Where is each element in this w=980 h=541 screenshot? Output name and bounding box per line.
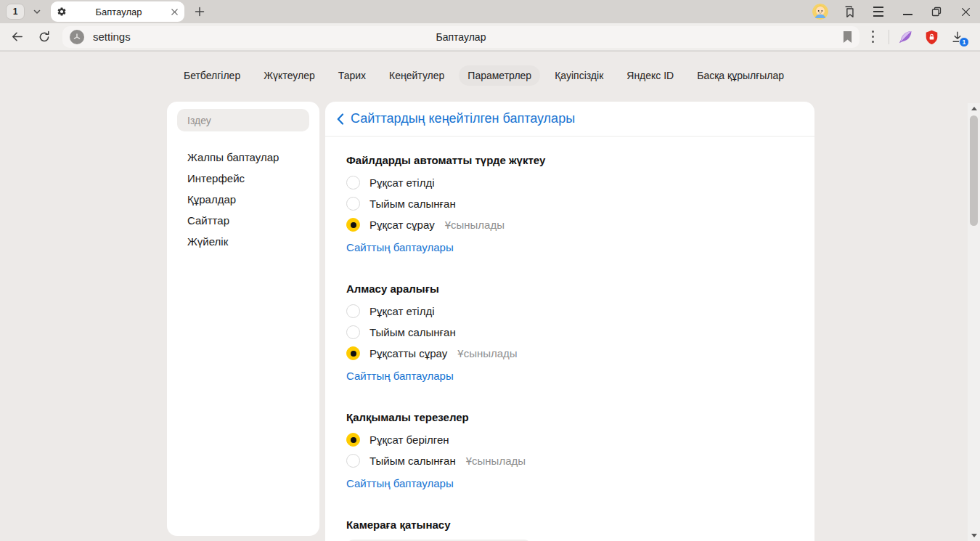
radio-label: Тыйым салынған: [369, 198, 456, 210]
back-button[interactable]: [3, 25, 30, 49]
settings-nav-tab[interactable]: Тарих: [330, 65, 375, 86]
sidebar-item[interactable]: Сайттар: [167, 210, 319, 231]
downloads-button[interactable]: 1: [944, 25, 971, 49]
back-arrow-icon: [10, 30, 24, 44]
radio-option[interactable]: Рұқсат етілді: [346, 172, 794, 193]
recommended-badge: Ұсынылады: [466, 455, 526, 467]
tab-close-button[interactable]: [171, 8, 179, 16]
content-header[interactable]: Сайттардың кеңейтілген баптаулары: [325, 102, 814, 137]
radio-label: Тыйым салынған: [369, 326, 456, 338]
chevron-down-icon: [33, 7, 41, 16]
download-count-badge: 1: [959, 37, 969, 47]
collections-button[interactable]: [835, 0, 864, 23]
radio-icon[interactable]: [346, 197, 360, 211]
search-input[interactable]: [177, 109, 309, 131]
menu-icon: [873, 7, 883, 8]
restore-button[interactable]: [922, 0, 951, 23]
section-options: Рұқсат берілген Тыйым салынған Ұсынылады: [346, 429, 794, 471]
minimize-icon: [903, 14, 912, 15]
site-settings-link[interactable]: Сайттың баптаулары: [346, 370, 454, 382]
toolbar: settings Баптаулар 1: [0, 23, 980, 51]
recommended-badge: Ұсынылады: [445, 219, 505, 231]
browser-menu-button[interactable]: [864, 0, 893, 23]
settings-nav-tab[interactable]: Кеңейтулер: [380, 65, 453, 86]
site-settings-link[interactable]: Сайттың баптаулары: [346, 241, 454, 253]
gear-icon: [57, 7, 67, 17]
window-close-button[interactable]: [951, 0, 980, 23]
radio-icon[interactable]: [346, 433, 360, 447]
sidebar-item[interactable]: Жалпы баптаулар: [167, 147, 319, 168]
recommended-badge: Ұсынылады: [457, 347, 517, 359]
settings-nav-tab[interactable]: Параметрлер: [459, 65, 540, 86]
section-title: Камераға қатынасу: [346, 517, 794, 532]
settings-page: БетбелгілерЖүктеулерТарихКеңейтулерПарам…: [0, 52, 980, 541]
section-options: Рұқсат етілді Тыйым салынған Рұқсат сұра…: [346, 172, 794, 235]
back-chevron-icon: [337, 113, 344, 125]
radio-icon[interactable]: [346, 176, 360, 190]
close-icon: [171, 8, 179, 16]
settings-nav-tab[interactable]: Қауіпсіздік: [546, 65, 612, 86]
radio-option[interactable]: Тыйым салынған: [346, 193, 794, 214]
radio-icon[interactable]: [346, 218, 360, 232]
page-title[interactable]: Сайттардың кеңейтілген баптаулары: [351, 111, 575, 126]
tab-strip: 1 Баптаулар: [0, 0, 980, 23]
radio-icon[interactable]: [346, 325, 360, 339]
browser-logo-icon[interactable]: [70, 30, 84, 44]
zen-button[interactable]: [892, 25, 918, 49]
minimize-button[interactable]: [893, 0, 922, 23]
reload-icon: [38, 30, 51, 44]
scroll-up-button[interactable]: [968, 103, 980, 114]
radio-icon[interactable]: [346, 454, 360, 468]
tab-title: Баптаулар: [67, 7, 171, 17]
sidebar-item[interactable]: Интерфейс: [167, 168, 319, 189]
address-bar[interactable]: settings Баптаулар: [62, 26, 859, 48]
radio-option[interactable]: Тыйым салынған Ұсынылады: [346, 450, 794, 471]
toolbar-right: 1: [859, 23, 971, 50]
sidebar-item[interactable]: Құралдар: [167, 189, 319, 210]
avatar: [812, 4, 828, 20]
sidebar-item[interactable]: Жүйелік: [167, 231, 319, 252]
radio-option[interactable]: Рұқсат етілді: [346, 301, 794, 322]
scrollbar[interactable]: [968, 103, 980, 541]
protect-button[interactable]: [918, 25, 944, 49]
sidebar: Жалпы баптауларИнтерфейсҚұралдарСайттарЖ…: [167, 102, 319, 536]
radio-option[interactable]: Рұқсатты сұрау Ұсынылады: [346, 343, 794, 364]
omnibox-more-button[interactable]: [859, 25, 886, 49]
radio-option[interactable]: Рұқсат сұрау Ұсынылады: [346, 214, 794, 235]
restore-icon: [931, 7, 942, 17]
radio-label: Рұқсатты сұрау: [369, 347, 447, 359]
url-text: settings: [93, 30, 131, 43]
radio-icon[interactable]: [346, 304, 360, 318]
active-tab[interactable]: Баптаулар: [51, 1, 184, 22]
tab-list-chevron-button[interactable]: [28, 2, 46, 21]
site-settings-link[interactable]: Сайттың баптаулары: [346, 477, 454, 489]
scroll-down-button[interactable]: [968, 530, 980, 541]
settings-section: Камераға қатынасу ov9734_azurewave_camer…: [346, 517, 794, 541]
section-options: Рұқсат етілді Тыйым салынған Рұқсатты сұ…: [346, 301, 794, 364]
radio-option[interactable]: Тыйым салынған: [346, 322, 794, 343]
settings-nav-tab[interactable]: Басқа құрылғылар: [688, 65, 793, 86]
radio-option[interactable]: Рұқсат берілген: [346, 429, 794, 450]
new-tab-button[interactable]: [190, 2, 209, 21]
collections-icon: [843, 5, 856, 18]
settings-section: Алмасу аралығы Рұқсат етілді Тыйым салын…: [346, 281, 794, 383]
settings-nav-tab[interactable]: Жүктеулер: [255, 65, 324, 86]
settings-content: Сайттардың кеңейтілген баптаулары Файлда…: [325, 102, 814, 541]
radio-label: Рұқсат етілді: [369, 176, 435, 189]
omnibox-page-title: Баптаулар: [62, 31, 859, 43]
bookmark-flag-button[interactable]: [843, 31, 852, 43]
plus-icon: [195, 7, 205, 17]
radio-label: Рұқсат етілді: [369, 305, 435, 317]
profile-button[interactable]: [806, 0, 835, 23]
toolbar-divider: [889, 30, 889, 44]
reload-button[interactable]: [30, 25, 58, 49]
feather-icon: [898, 30, 912, 44]
settings-nav-tab[interactable]: Яндекс ID: [618, 65, 682, 86]
tab-counter-button[interactable]: 1: [6, 4, 25, 20]
sidebar-menu: Жалпы баптауларИнтерфейсҚұралдарСайттарЖ…: [167, 147, 319, 252]
radio-icon[interactable]: [346, 346, 360, 360]
radio-label: Рұқсат берілген: [369, 434, 449, 446]
scrollbar-thumb[interactable]: [970, 115, 978, 226]
settings-nav-tab[interactable]: Бетбелгілер: [175, 65, 249, 86]
settings-nav: БетбелгілерЖүктеулерТарихКеңейтулерПарам…: [0, 65, 968, 86]
